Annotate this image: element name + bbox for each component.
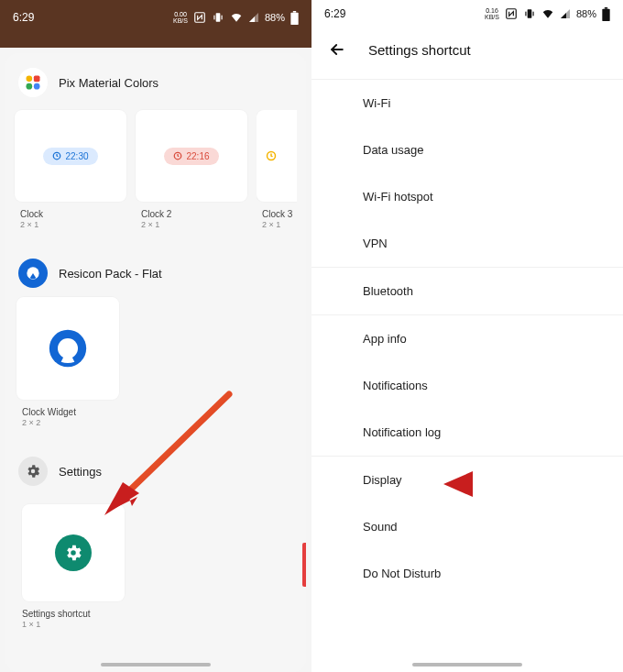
list-item[interactable]: VPN [312, 220, 623, 267]
svg-rect-18 [528, 9, 532, 17]
scroll-accent [302, 543, 306, 587]
svg-rect-22 [605, 7, 607, 9]
list-item[interactable]: Wi-Fi hotspot [312, 173, 623, 220]
widget-card-clock-widget[interactable]: Clock Widget 2 × 2 [16, 297, 295, 427]
nfc-icon [193, 11, 206, 24]
list-item[interactable]: App info [312, 315, 623, 362]
list-item[interactable]: Notification log [312, 409, 623, 456]
resicon-icon [18, 259, 48, 288]
widget-size: 2 × 2 [22, 418, 293, 427]
svg-point-6 [27, 76, 33, 83]
svg-rect-21 [602, 8, 609, 20]
pix-row: 22:30 Clock 2 × 1 22:16 Clock 2 2 × 1 [11, 110, 301, 229]
svg-rect-20 [532, 12, 533, 17]
network-rate: 0.16KB/S [485, 7, 499, 20]
svg-rect-4 [290, 12, 298, 24]
section-title: Settings [59, 465, 102, 479]
settings-icon [18, 457, 48, 486]
clock-pill-blue: 22:30 [43, 148, 97, 165]
settings-list[interactable]: Wi-FiData usageWi-Fi hotspotVPNBluetooth… [312, 80, 623, 597]
page-title: Settings shortcut [368, 42, 471, 58]
list-item[interactable]: Bluetooth [312, 268, 623, 314]
resicon-row: Clock Widget 2 × 2 [11, 297, 301, 427]
section-title: Pix Material Colors [59, 76, 158, 90]
widget-name: Clock 2 [141, 209, 246, 219]
wifi-icon [230, 12, 243, 23]
clock-pill-red: 22:16 [164, 148, 218, 165]
widget-name: Settings shortcut [22, 609, 293, 619]
svg-rect-7 [34, 76, 40, 83]
clock: 6:29 [13, 11, 34, 24]
widget-card-clock2[interactable]: 22:16 Clock 2 2 × 1 [136, 110, 247, 229]
signal-icon [248, 12, 259, 23]
signal-icon [560, 8, 571, 19]
section-settings[interactable]: Settings [11, 447, 301, 495]
wifi-icon [541, 8, 554, 19]
list-item[interactable]: Data usage [312, 127, 623, 173]
battery-icon [602, 7, 610, 21]
widget-name: Clock [20, 209, 125, 219]
status-icons: 88% [505, 7, 610, 21]
network-rate: 0.00KB/S [173, 11, 188, 24]
settings-gear-badge [55, 534, 92, 571]
clock-icon [266, 150, 277, 161]
list-item[interactable]: Do Not Disturb [312, 550, 623, 597]
widget-size: 2 × 1 [141, 220, 246, 229]
list-item[interactable]: Sound [312, 503, 623, 550]
appbar: Settings shortcut [312, 28, 623, 79]
widget-size: 2 × 1 [20, 220, 125, 229]
list-item[interactable]: Display [312, 457, 623, 503]
battery-text: 88% [265, 12, 285, 23]
nfc-icon [505, 7, 518, 20]
battery-text: 88% [576, 8, 596, 19]
widget-name: Clock Widget [22, 407, 293, 417]
section-resicon[interactable]: Resicon Pack - Flat [11, 249, 301, 297]
svg-point-8 [27, 83, 33, 90]
statusbar-left: 6:29 0.00KB/S 88% [0, 4, 312, 31]
status-icons: 88% [193, 11, 299, 25]
svg-rect-2 [213, 16, 214, 20]
section-pix[interactable]: Pix Material Colors [11, 59, 301, 106]
svg-rect-3 [221, 16, 222, 20]
svg-point-9 [34, 83, 40, 90]
widget-picker-panel[interactable]: Pix Material Colors 22:30 Clock 2 × 1 22… [5, 53, 306, 672]
list-item[interactable]: Notifications [312, 362, 623, 409]
list-item[interactable]: Wi-Fi [312, 80, 623, 127]
widget-size: 2 × 1 [262, 220, 295, 229]
widget-card-settings-shortcut[interactable]: Settings shortcut 1 × 1 [16, 504, 295, 629]
statusbar-wrap: 6:29 0.00KB/S 88% [0, 0, 312, 48]
home-indicator[interactable] [101, 663, 211, 666]
phone-left: 6:29 0.00KB/S 88% Pix Material Colors [0, 0, 312, 672]
resicon-clock-icon [48, 328, 88, 369]
vibrate-icon [523, 7, 536, 20]
phone-right: 6:29 0.16KB/S 88% Settings shortcut Wi-F… [312, 0, 623, 672]
svg-rect-5 [293, 11, 296, 13]
pix-icon [18, 68, 48, 97]
statusbar-right: 6:29 0.16KB/S 88% [312, 0, 623, 28]
clock: 6:29 [324, 7, 345, 20]
settings-row: Settings shortcut 1 × 1 [11, 504, 301, 629]
back-icon[interactable] [328, 40, 346, 59]
battery-icon [290, 11, 299, 25]
home-indicator[interactable] [412, 663, 522, 666]
widget-card-clock3[interactable]: Clock 3 2 × 1 [257, 110, 297, 229]
widget-name: Clock 3 [262, 209, 295, 219]
vibrate-icon [212, 11, 224, 24]
svg-rect-1 [216, 13, 221, 21]
svg-rect-19 [525, 12, 526, 17]
section-title: Resicon Pack - Flat [59, 267, 162, 281]
widget-card-clock[interactable]: 22:30 Clock 2 × 1 [15, 110, 126, 229]
widget-size: 1 × 1 [22, 620, 293, 629]
